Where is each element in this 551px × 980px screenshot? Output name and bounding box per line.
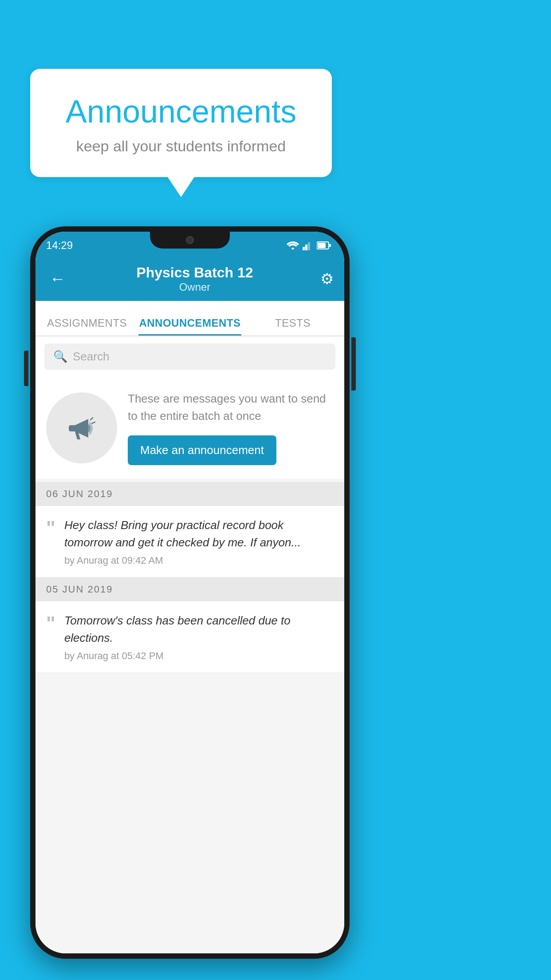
svg-line-6 bbox=[91, 418, 93, 420]
tabs-container: ASSIGNMENTS ANNOUNCEMENTS TESTS bbox=[35, 301, 344, 336]
app-bar: ← Physics Batch 12 Owner ⚙ bbox=[35, 257, 344, 301]
speech-bubble-container: Announcements keep all your students inf… bbox=[30, 69, 332, 197]
megaphone-icon bbox=[64, 410, 99, 446]
date-divider-1: 06 JUN 2019 bbox=[35, 482, 344, 506]
tab-assignments[interactable]: ASSIGNMENTS bbox=[35, 317, 138, 336]
battery-icon bbox=[317, 241, 331, 250]
search-bar[interactable]: 🔍 Search bbox=[44, 344, 335, 370]
back-button[interactable]: ← bbox=[46, 266, 69, 292]
speech-bubble-subtitle: keep all your students informed bbox=[57, 138, 305, 155]
announcement-item-1[interactable]: " Hey class! Bring your practical record… bbox=[35, 506, 344, 577]
speech-bubble: Announcements keep all your students inf… bbox=[30, 69, 332, 177]
announcement-content-2: Tomorrow's class has been cancelled due … bbox=[64, 612, 334, 662]
search-placeholder: Search bbox=[73, 350, 109, 364]
tab-tests[interactable]: TESTS bbox=[241, 317, 344, 336]
app-bar-title-container: Physics Batch 12 Owner bbox=[69, 265, 320, 293]
speech-bubble-title: Announcements bbox=[57, 93, 305, 130]
svg-rect-2 bbox=[308, 242, 310, 250]
phone-notch bbox=[150, 232, 230, 249]
announcement-text-2: Tomorrow's class has been cancelled due … bbox=[64, 612, 334, 647]
svg-rect-4 bbox=[329, 244, 331, 247]
camera bbox=[186, 236, 194, 244]
announcement-empty-state: These are messages you want to send to t… bbox=[35, 377, 344, 478]
settings-button[interactable]: ⚙ bbox=[320, 270, 334, 288]
tab-announcements[interactable]: ANNOUNCEMENTS bbox=[138, 317, 241, 336]
app-bar-subtitle: Owner bbox=[69, 281, 320, 293]
phone-container: 14:29 bbox=[30, 226, 350, 959]
announcement-item-2[interactable]: " Tomorrow's class has been cancelled du… bbox=[35, 601, 344, 673]
quote-icon-1: " bbox=[46, 517, 55, 538]
phone-outer: 14:29 bbox=[30, 226, 350, 959]
announcement-right: These are messages you want to send to t… bbox=[128, 390, 334, 465]
signal-icon bbox=[303, 241, 313, 250]
announcement-content-1: Hey class! Bring your practical record b… bbox=[64, 517, 334, 566]
status-time: 14:29 bbox=[46, 239, 73, 252]
announcement-icon-circle bbox=[46, 392, 117, 463]
announcement-meta-2: by Anurag at 05:42 PM bbox=[64, 650, 334, 662]
announcement-meta-1: by Anurag at 09:42 AM bbox=[64, 555, 334, 566]
search-icon: 🔍 bbox=[53, 350, 67, 364]
announcement-text-1: Hey class! Bring your practical record b… bbox=[64, 517, 334, 551]
phone-screen-content: ← Physics Batch 12 Owner ⚙ ASSIGNMENTS A… bbox=[35, 257, 344, 953]
quote-icon-2: " bbox=[46, 612, 55, 633]
search-container: 🔍 Search bbox=[35, 336, 344, 377]
status-icons bbox=[287, 241, 331, 250]
svg-line-7 bbox=[92, 422, 95, 423]
date-divider-2: 05 JUN 2019 bbox=[35, 577, 344, 601]
phone-inner: 14:29 bbox=[35, 232, 344, 953]
svg-rect-1 bbox=[305, 245, 307, 250]
speech-bubble-tail bbox=[168, 177, 194, 197]
make-announcement-button[interactable]: Make an announcement bbox=[128, 435, 276, 465]
announcement-description: These are messages you want to send to t… bbox=[128, 390, 334, 425]
app-bar-title: Physics Batch 12 bbox=[69, 265, 320, 281]
svg-rect-5 bbox=[318, 243, 326, 248]
wifi-icon bbox=[287, 241, 299, 250]
svg-rect-0 bbox=[303, 247, 305, 250]
content-area: 🔍 Search bbox=[35, 336, 344, 953]
